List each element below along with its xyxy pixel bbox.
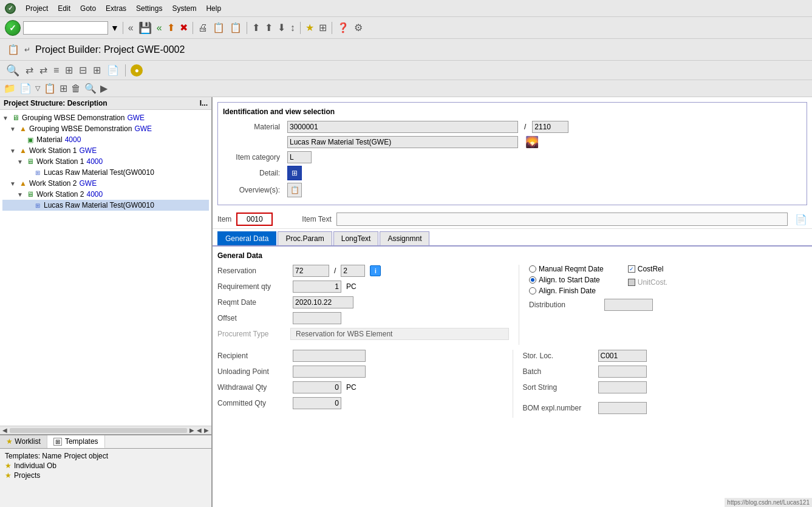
stor-loc-input[interactable] [598, 350, 647, 362]
committed-input[interactable] [293, 397, 341, 409]
expand-7[interactable]: ▼ [17, 191, 26, 198]
menu-goto[interactable]: Goto [80, 4, 96, 13]
report-icon[interactable]: 📄 [106, 63, 120, 77]
scroll-left[interactable]: ◀ [2, 427, 7, 434]
page-up-icon[interactable]: ⬆ [264, 21, 274, 35]
tree-view-icon[interactable]: ⊞ [64, 63, 74, 77]
tab-proc-param[interactable]: Proc.Param [278, 231, 332, 245]
align-start-row[interactable]: Align. to Start Date [529, 276, 604, 284]
bookmark-icon[interactable]: ★ [304, 21, 315, 35]
detail-view-icon[interactable]: ⊟ [78, 63, 88, 77]
network-icon[interactable]: ⊞ [92, 63, 102, 77]
sort-string-input[interactable] [598, 381, 647, 393]
expand-4[interactable]: ▼ [17, 158, 26, 165]
tree-item-1[interactable]: ▼ ▲ Grouping WBSE Demonstration GWE [2, 123, 209, 134]
save-icon[interactable]: 💾 [137, 20, 153, 36]
manual-reqmt-radio[interactable] [529, 265, 536, 273]
settings-icon[interactable]: ⚙ [353, 21, 364, 35]
expand-0[interactable]: ▼ [2, 115, 11, 121]
ok-button[interactable]: ✓ [5, 20, 21, 36]
tab-assignmnt[interactable]: Assignmnt [380, 231, 429, 245]
material-plant[interactable] [532, 121, 568, 133]
status-icon[interactable]: ● [131, 64, 143, 77]
withdrawal-input[interactable] [293, 381, 341, 393]
tree-nav-icon[interactable]: ↕ [289, 21, 296, 35]
print-icon[interactable]: 🖨 [197, 21, 209, 35]
tree-add-icon[interactable]: 📁 [2, 81, 17, 95]
list-view-icon[interactable]: ≡ [52, 64, 60, 77]
tree-detail-icon[interactable]: ⊞ [58, 81, 69, 95]
tab-general-data[interactable]: General Data [217, 231, 276, 245]
info-icon[interactable]: i [370, 265, 381, 276]
reqmt-date-input[interactable] [293, 296, 353, 308]
tree-body[interactable]: ▼ 🖥 Grouping WBSE Demonstration GWE ▼ ▲ … [0, 110, 211, 426]
bottom-row-1[interactable]: ★ Individual Ob [5, 461, 206, 471]
tree-copy-icon[interactable]: 📋 [43, 81, 57, 95]
scroll-right-3[interactable]: ▶ [204, 427, 209, 434]
tree-more-icon[interactable]: ▶ [99, 81, 109, 95]
help-icon[interactable]: ❓ [336, 21, 350, 35]
menu-extras[interactable]: Extras [106, 4, 126, 13]
tree-item-2[interactable]: ▼ ▣ Material 4000 [2, 134, 209, 145]
material-input[interactable] [287, 121, 518, 133]
tree-item-0[interactable]: ▼ 🖥 Grouping WBSE Demonstration GWE [2, 112, 209, 123]
scroll-track[interactable] [10, 428, 187, 433]
reqmt-qty-input[interactable] [293, 281, 341, 293]
expand-1[interactable]: ▼ [10, 126, 18, 132]
back-nav-icon[interactable]: « [127, 21, 135, 35]
item-category-input[interactable] [287, 151, 312, 163]
align-start-radio[interactable] [529, 276, 536, 284]
offset-input[interactable] [293, 312, 341, 324]
tree-item-5[interactable]: ▼ ⊞ Lucas Raw Material Test(GW0010 [2, 167, 209, 178]
dropdown-arrow[interactable]: ▼ [111, 23, 119, 33]
tree-hscroll[interactable]: ◀ ▶ ◀ ▶ [0, 426, 211, 434]
costrel-checkbox[interactable] [628, 265, 635, 273]
tree-item-4[interactable]: ▼ 🖥 Work Station 1 4000 [2, 156, 209, 167]
close-icon[interactable]: ✖ [179, 21, 189, 35]
tree-item-6[interactable]: ▼ ▲ Work Station 2 GWE [2, 178, 209, 189]
unitcost-row[interactable]: UnitCost. [628, 278, 667, 287]
item-text-input[interactable] [336, 213, 788, 226]
menu-help[interactable]: Help [206, 4, 221, 13]
item-input[interactable] [236, 213, 273, 226]
page-down-icon[interactable]: ⬇ [276, 21, 287, 35]
scroll-right-1[interactable]: ▶ [189, 427, 194, 434]
tree-search-icon[interactable]: 🔍 [83, 81, 98, 95]
expand-6[interactable]: ▼ [10, 180, 18, 187]
copy-icon[interactable]: 📋 [211, 21, 226, 35]
align-finish-radio[interactable] [529, 287, 536, 294]
unitcost-checkbox[interactable] [628, 279, 635, 286]
tree-new-icon[interactable]: 📄 [18, 81, 33, 95]
tree-item-8[interactable]: ▼ ⊞ Lucas Raw Material Test(GW0010 [2, 200, 209, 211]
collapse-icon[interactable]: ⇄ [38, 63, 49, 77]
nav-back-icon[interactable]: « [155, 21, 163, 35]
tab-templates[interactable]: ⊞ Templates [47, 435, 105, 448]
align-finish-row[interactable]: Align. Finish Date [529, 287, 604, 295]
costrel-row[interactable]: CostRel [628, 265, 667, 273]
overview-icon[interactable]: 📋 [287, 183, 302, 197]
manual-reqmt-row[interactable]: Manual Reqmt Date [529, 265, 604, 273]
paste-icon[interactable]: 📋 [228, 21, 243, 35]
layout-icon[interactable]: ⊞ [318, 21, 328, 35]
search-icon[interactable]: 🔍 [5, 63, 21, 78]
command-input[interactable] [23, 21, 108, 35]
scroll-right-2[interactable]: ◀ [197, 427, 202, 434]
reservation-input[interactable] [293, 265, 329, 277]
tree-item-3[interactable]: ▼ ▲ Work Station 1 GWE [2, 145, 209, 156]
bottom-row-2[interactable]: ★ Projects [5, 471, 206, 480]
unloading-input[interactable] [293, 366, 366, 378]
distribution-input[interactable] [604, 299, 653, 311]
tree-delete-icon[interactable]: 🗑 [70, 82, 82, 95]
menu-project[interactable]: Project [26, 4, 48, 13]
doc-icon[interactable]: 📄 [795, 214, 807, 225]
expand-icon[interactable]: ⇄ [24, 63, 35, 77]
reservation-num[interactable] [341, 265, 365, 277]
detail-icon[interactable]: ⊞ [287, 166, 302, 180]
menu-settings[interactable]: Settings [136, 4, 162, 13]
menu-edit[interactable]: Edit [58, 4, 70, 13]
tab-longtext[interactable]: LongText [333, 231, 379, 245]
material-desc-input[interactable] [287, 136, 518, 148]
bom-expl-input[interactable] [598, 402, 647, 414]
nav-up-icon[interactable]: ⬆ [166, 21, 176, 35]
tree-expand-icon[interactable]: ⬆ [251, 21, 261, 35]
